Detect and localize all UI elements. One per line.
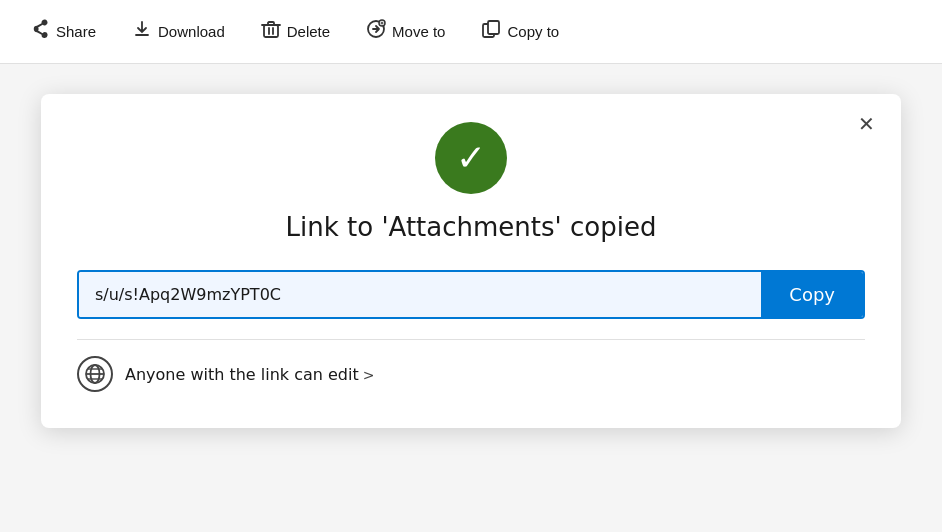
main-content: ✕ ✓ Link to 'Attachments' copied Copy: [0, 64, 942, 532]
share-icon: [30, 19, 50, 44]
close-icon: ✕: [858, 113, 875, 135]
copy-to-button[interactable]: Copy to: [467, 11, 573, 52]
copy-link-modal: ✕ ✓ Link to 'Attachments' copied Copy: [41, 94, 901, 428]
copy-to-label: Copy to: [507, 23, 559, 40]
permission-text: Anyone with the link can edit>: [125, 365, 374, 384]
permission-row[interactable]: Anyone with the link can edit>: [77, 356, 865, 392]
link-input[interactable]: [79, 272, 761, 317]
copy-link-button[interactable]: Copy: [761, 272, 863, 317]
divider: [77, 339, 865, 340]
move-to-label: Move to: [392, 23, 445, 40]
share-label: Share: [56, 23, 96, 40]
move-to-button[interactable]: Move to: [352, 11, 459, 52]
delete-icon: [261, 19, 281, 44]
delete-button[interactable]: Delete: [247, 11, 344, 52]
delete-label: Delete: [287, 23, 330, 40]
svg-rect-0: [264, 25, 278, 37]
copy-to-icon: [481, 19, 501, 44]
download-icon: [132, 19, 152, 44]
download-button[interactable]: Download: [118, 11, 239, 52]
globe-icon: [77, 356, 113, 392]
move-to-icon: [366, 19, 386, 44]
download-label: Download: [158, 23, 225, 40]
svg-rect-4: [488, 21, 499, 34]
success-circle: ✓: [435, 122, 507, 194]
close-button[interactable]: ✕: [852, 110, 881, 138]
checkmark-icon: ✓: [456, 140, 486, 176]
toolbar: Share Download Delete M: [0, 0, 942, 64]
success-icon-wrapper: ✓: [77, 122, 865, 194]
modal-title: Link to 'Attachments' copied: [77, 212, 865, 242]
share-button[interactable]: Share: [16, 11, 110, 52]
chevron-icon: >: [363, 367, 375, 383]
link-row: Copy: [77, 270, 865, 319]
